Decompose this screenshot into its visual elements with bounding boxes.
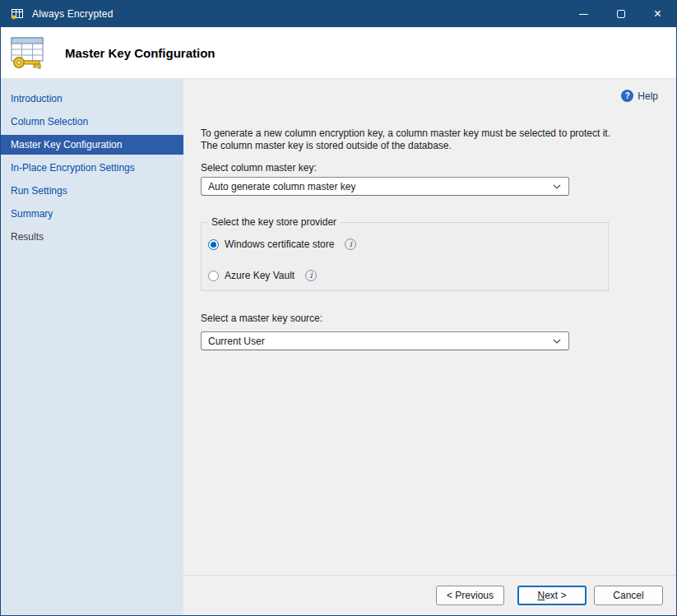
key-store-provider-label: Select the key store provider — [208, 216, 340, 228]
wizard-steps-sidebar: Introduction Column Selection Master Key… — [1, 79, 183, 615]
sidebar-item-introduction[interactable]: Introduction — [1, 89, 183, 109]
column-master-key-label: Select column master key: — [201, 162, 317, 174]
sidebar-item-summary[interactable]: Summary — [1, 204, 183, 224]
titlebar: Always Encrypted × — [1, 1, 676, 27]
master-key-source-value: Current User — [208, 336, 265, 347]
help-row: ? Help — [201, 90, 658, 102]
table-key-icon — [9, 35, 47, 70]
radio-label-azure-key-vault: Azure Key Vault — [225, 270, 294, 281]
help-icon: ? — [621, 90, 633, 102]
column-master-key-select[interactable]: Auto generate column master key — [201, 177, 569, 196]
sidebar-item-results: Results — [1, 227, 183, 247]
sidebar-item-run-settings[interactable]: Run Settings — [1, 181, 183, 201]
master-key-source-select[interactable]: Current User — [201, 331, 569, 350]
sidebar-item-master-key-configuration[interactable]: Master Key Configuration — [1, 135, 183, 155]
next-button[interactable]: Next > — [517, 586, 587, 605]
minimize-button[interactable] — [565, 1, 602, 27]
close-icon: × — [654, 7, 661, 21]
wizard-body: Introduction Column Selection Master Key… — [1, 79, 676, 615]
column-master-key-value: Auto generate column master key — [208, 181, 355, 192]
chevron-down-icon — [553, 184, 561, 189]
radio-option-azure-key-vault[interactable]: Azure Key Vault i — [208, 270, 608, 281]
info-icon-windows-certificate-store[interactable]: i — [345, 239, 356, 250]
main-panel: ? Help To generate a new column encrypti… — [183, 79, 676, 615]
page-title: Master Key Configuration — [65, 46, 216, 60]
key-store-provider-group: Select the key store provider Windows ce… — [201, 222, 609, 291]
description-text: To generate a new column encryption key,… — [201, 127, 622, 152]
window-controls: × — [565, 1, 676, 27]
info-icon-azure-key-vault[interactable]: i — [305, 270, 317, 281]
previous-button[interactable]: < Previous — [436, 586, 504, 605]
sidebar-item-column-selection[interactable]: Column Selection — [1, 112, 183, 132]
app-table-key-icon — [11, 7, 25, 21]
radio-option-windows-certificate-store[interactable]: Windows certificate store i — [208, 239, 608, 250]
maximize-button[interactable] — [602, 1, 639, 27]
wizard-header: Master Key Configuration — [1, 27, 676, 79]
master-key-source-label: Select a master key source: — [201, 313, 322, 324]
close-button[interactable]: × — [639, 1, 676, 27]
radio-label-windows-certificate-store: Windows certificate store — [225, 239, 334, 250]
radio-button-azure-key-vault[interactable] — [208, 271, 219, 281]
minimize-icon — [579, 14, 588, 15]
radio-button-windows-certificate-store[interactable] — [208, 239, 219, 250]
maximize-icon — [617, 10, 625, 18]
chevron-down-icon — [553, 339, 561, 344]
help-label: Help — [638, 90, 658, 102]
sidebar-item-in-place-encryption-settings[interactable]: In-Place Encryption Settings — [1, 158, 183, 178]
always-encrypted-wizard-window: Always Encrypted × — [0, 0, 677, 616]
main-content: ? Help To generate a new column encrypti… — [183, 79, 676, 575]
help-link[interactable]: ? Help — [621, 90, 658, 102]
footer-button-bar: < Previous Next > Cancel — [183, 576, 676, 615]
window-title: Always Encrypted — [32, 8, 114, 20]
cancel-button[interactable]: Cancel — [594, 586, 663, 605]
